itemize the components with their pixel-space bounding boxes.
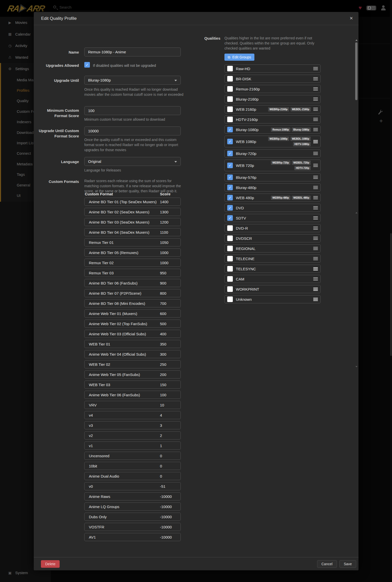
drag-handle-icon[interactable] (313, 216, 318, 220)
quality-item[interactable]: REGIONAL (224, 244, 321, 253)
quality-item[interactable]: BR-DISK (224, 75, 321, 83)
quality-checkbox[interactable] (227, 215, 233, 221)
quality-checkbox[interactable] (227, 195, 233, 200)
drag-handle-icon[interactable] (313, 98, 318, 101)
custom-format-score[interactable]: 100 (160, 393, 166, 397)
custom-format-score[interactable]: -10000 (160, 535, 172, 539)
drag-handle-icon[interactable] (313, 186, 318, 189)
close-icon[interactable]: × (350, 15, 353, 22)
quality-item[interactable]: DVD-R (224, 224, 321, 232)
quality-item[interactable]: WEB 480p WEBRip-480pWEBDL-480p (224, 194, 321, 202)
custom-format-row[interactable]: v0 -51 (84, 482, 181, 490)
custom-format-score[interactable]: 150 (160, 383, 166, 387)
quality-item[interactable]: CAM (224, 275, 321, 283)
drag-handle-icon[interactable] (313, 257, 318, 260)
quality-item[interactable]: DVD (224, 204, 321, 212)
quality-checkbox[interactable] (227, 96, 233, 102)
quality-checkbox[interactable] (227, 175, 233, 180)
drag-handle-icon[interactable] (313, 267, 318, 271)
custom-format-score[interactable]: -10000 (160, 505, 172, 509)
custom-format-score[interactable]: 250 (160, 362, 166, 367)
custom-format-row[interactable]: Anime Web Tier 02 (Top FanSubs) 500 (84, 320, 181, 328)
custom-format-score[interactable]: 600 (160, 311, 166, 316)
quality-checkbox[interactable] (227, 117, 233, 122)
custom-format-score[interactable]: 1000 (160, 261, 168, 265)
quality-checkbox[interactable] (227, 151, 233, 156)
quality-item[interactable]: WEB 2160p WEBRip-2160pWEBDL-2160p (224, 105, 321, 113)
custom-format-score[interactable]: 700 (160, 301, 166, 306)
quality-checkbox[interactable] (227, 256, 233, 261)
quality-item[interactable]: Bluray-1080p Remux-1080pBluray-1080p (224, 125, 321, 134)
drag-handle-icon[interactable] (313, 152, 318, 155)
quality-item[interactable]: WEB 1080p WEBRip-1080pWEBDL-1080pHDTV-10… (224, 136, 321, 147)
quality-item[interactable]: TELESYNC (224, 265, 321, 273)
drag-handle-icon[interactable] (313, 176, 318, 179)
custom-format-row[interactable]: Anime BD Tier 02 (SeaDex Muxers) 1300 (84, 208, 181, 216)
custom-format-score[interactable]: 10 (160, 403, 164, 407)
custom-format-score[interactable]: 1 (160, 444, 162, 448)
quality-checkbox[interactable] (227, 225, 233, 231)
drag-handle-icon[interactable] (313, 67, 318, 70)
quality-checkbox[interactable] (227, 127, 233, 132)
quality-item[interactable]: Unknown (224, 295, 321, 303)
custom-format-row[interactable]: Uncensored 0 (84, 452, 181, 460)
custom-format-score[interactable]: 1300 (160, 210, 168, 214)
quality-checkbox[interactable] (227, 296, 233, 302)
custom-format-score[interactable]: 900 (160, 281, 166, 285)
custom-format-row[interactable]: VOSTFR -10000 (84, 523, 181, 531)
drag-handle-icon[interactable] (313, 227, 318, 230)
custom-format-score[interactable]: 1000 (160, 250, 168, 255)
drag-handle-icon[interactable] (313, 288, 318, 291)
quality-item[interactable]: SDTV (224, 214, 321, 222)
edit-groups-button[interactable]: ⧉ Edit Groups (224, 54, 254, 61)
quality-checkbox[interactable] (227, 266, 233, 272)
custom-format-row[interactable]: Anime Dual Audio 0 (84, 472, 181, 480)
custom-format-score[interactable]: 1050 (160, 240, 168, 245)
upgrade-until-cf-score-input[interactable] (84, 127, 181, 135)
quality-item[interactable]: WEB 720p WEBRip-720pWEBDL-720pHDTV-720p (224, 160, 321, 171)
custom-format-row[interactable]: 10bit 0 (84, 462, 181, 470)
custom-format-score[interactable]: -51 (160, 484, 166, 489)
quality-item[interactable]: TELECINE (224, 255, 321, 263)
quality-item[interactable]: Bluray-480p (224, 183, 321, 192)
custom-format-row[interactable]: WEB Tier 01 350 (84, 340, 181, 348)
modal-scrollbar-thumb[interactable] (355, 42, 357, 100)
drag-handle-icon[interactable] (313, 247, 318, 250)
custom-format-score[interactable]: 1200 (160, 220, 168, 224)
custom-format-score[interactable]: 3 (160, 423, 162, 428)
custom-format-row[interactable]: VRV 10 (84, 401, 181, 409)
drag-handle-icon[interactable] (313, 128, 318, 131)
custom-format-row[interactable]: Anime BD Tier 05 (Remuxes) 1000 (84, 248, 181, 257)
custom-format-row[interactable]: Anime LQ Groups -10000 (84, 502, 181, 511)
quality-checkbox[interactable] (227, 66, 233, 71)
custom-format-row[interactable]: Anime Raws -10000 (84, 492, 181, 500)
quality-checkbox[interactable] (227, 185, 233, 190)
drag-handle-icon[interactable] (313, 77, 318, 81)
drag-handle-icon[interactable] (313, 237, 318, 240)
min-custom-format-score-input[interactable] (84, 106, 181, 115)
custom-format-score[interactable]: 400 (160, 332, 166, 336)
quality-checkbox[interactable] (227, 163, 233, 168)
custom-format-score[interactable]: 1100 (160, 230, 168, 234)
custom-format-row[interactable]: WEB Tier 02 250 (84, 360, 181, 368)
drag-handle-icon[interactable] (313, 140, 318, 143)
custom-format-row[interactable]: WEB Tier 03 150 (84, 381, 181, 389)
custom-format-row[interactable]: v4 4 (84, 411, 181, 419)
scroll-up-arrow-icon[interactable] (355, 39, 357, 41)
quality-item[interactable]: Bluray-2160p (224, 95, 321, 103)
custom-format-score[interactable]: 2 (160, 433, 162, 438)
custom-format-row[interactable]: Anime BD Tier 04 (SeaDex Muxers) 1100 (84, 228, 181, 236)
custom-format-score[interactable]: 800 (160, 291, 166, 295)
custom-format-row[interactable]: Anime BD Tier 03 (SeaDex Muxers) 1200 (84, 218, 181, 226)
quality-item[interactable]: Bluray-576p (224, 173, 321, 181)
custom-format-row[interactable]: Anime BD Tier 07 (P2P/Scene) 800 (84, 289, 181, 297)
drag-handle-icon[interactable] (313, 196, 318, 199)
quality-checkbox[interactable] (227, 276, 233, 282)
quality-checkbox[interactable] (227, 205, 233, 211)
quality-item[interactable]: Raw-HD (224, 65, 321, 73)
cancel-button[interactable]: Cancel (317, 560, 337, 568)
custom-format-row[interactable]: Anime Web Tier 04 (Official Subs) 300 (84, 350, 181, 358)
custom-format-score[interactable]: 200 (160, 372, 166, 377)
name-input[interactable] (84, 48, 181, 56)
custom-format-row[interactable]: v1 1 (84, 442, 181, 450)
